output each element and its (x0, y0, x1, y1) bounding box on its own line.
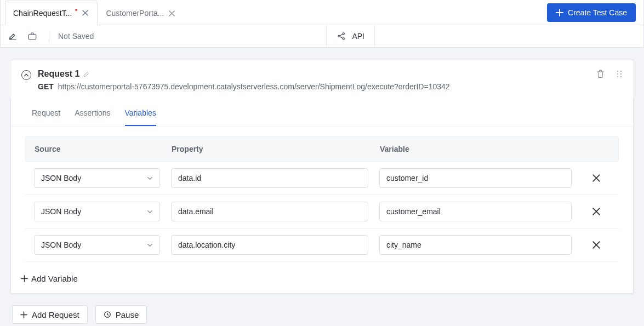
variable-value: customer_email (386, 207, 441, 216)
close-icon[interactable] (167, 9, 176, 18)
request-card: Request 1 GET https://customerportal-576… (10, 60, 634, 294)
tab-request[interactable]: Request (32, 105, 60, 126)
svg-point-5 (620, 70, 622, 72)
request-url: https://customerportal-57673975.developm… (58, 82, 450, 91)
tabs-row: ChainRequestT... CustomerPorta... Create… (1, 0, 643, 25)
tab-customerportal[interactable]: CustomerPorta... (98, 1, 184, 25)
property-value: data.email (178, 207, 214, 216)
source-value: JSON Body (41, 241, 81, 249)
briefcase-icon[interactable] (26, 30, 39, 43)
pencil-icon[interactable] (83, 70, 90, 78)
svg-point-4 (617, 70, 619, 72)
svg-point-2 (343, 33, 345, 35)
add-variable-button[interactable]: Add Variable (11, 266, 633, 293)
tab-assertions[interactable]: Assertions (75, 105, 110, 126)
pause-label: Pause (116, 310, 139, 319)
edit-sheet-icon[interactable] (6, 30, 19, 43)
request-title: Request 1 (38, 69, 79, 79)
table-row: JSON Body data.location.city city_name (25, 228, 619, 262)
source-value: JSON Body (41, 207, 81, 216)
svg-rect-0 (29, 35, 36, 39)
pause-button[interactable]: Pause (95, 305, 147, 324)
chevron-down-icon (147, 209, 153, 215)
svg-point-1 (338, 35, 340, 37)
table-row: JSON Body data.email customer_email (25, 195, 619, 228)
drag-handle-icon[interactable] (616, 70, 623, 78)
table-row: JSON Body data.id customer_id (25, 162, 619, 195)
plus-icon (20, 311, 27, 318)
variable-value: city_name (386, 241, 421, 249)
variable-value: customer_id (386, 174, 428, 182)
source-select[interactable]: JSON Body (34, 202, 160, 221)
clock-icon (104, 311, 111, 318)
remove-row-button[interactable] (583, 208, 610, 215)
collapse-toggle[interactable] (21, 70, 31, 80)
col-property: Property (172, 145, 380, 153)
http-method: GET (38, 82, 54, 91)
add-request-label: Add Request (32, 310, 79, 319)
table-header: Source Property Variable (25, 136, 619, 162)
tab-label: ChainRequestT... (13, 9, 72, 18)
trash-icon[interactable] (596, 69, 605, 78)
share-nodes-icon (337, 31, 346, 41)
body: Request 1 GET https://customerportal-576… (0, 48, 644, 326)
close-icon[interactable] (81, 9, 89, 18)
create-test-case-label: Create Test Case (568, 8, 627, 17)
add-variable-label: Add Variable (31, 274, 78, 283)
request-body-panel: Request Assertions Variables Source Prop… (10, 98, 634, 294)
svg-point-7 (620, 73, 622, 75)
source-select[interactable]: JSON Body (34, 168, 160, 188)
request-header: Request 1 GET https://customerportal-576… (10, 60, 634, 98)
toolbar-separator (49, 31, 49, 42)
tab-label: CustomerPorta... (106, 9, 164, 18)
property-value: data.id (178, 174, 201, 182)
subtabs: Request Assertions Variables (11, 98, 633, 127)
property-input[interactable]: data.id (171, 168, 368, 188)
variables-table: Source Property Variable JSON Body (11, 127, 633, 266)
remove-row-button[interactable] (583, 241, 610, 249)
svg-point-9 (620, 76, 622, 77)
remove-row-button[interactable] (583, 174, 610, 182)
col-variable: Variable (380, 145, 582, 153)
api-indicator[interactable]: API (326, 25, 375, 47)
footer-actions: Add Request Pause (10, 294, 634, 324)
plus-icon (556, 9, 563, 16)
svg-point-8 (617, 76, 619, 77)
property-input[interactable]: data.location.city (171, 235, 368, 255)
save-status: Not Saved (58, 32, 94, 41)
svg-point-3 (343, 38, 345, 39)
tab-variables[interactable]: Variables (125, 105, 156, 126)
toolbar: Not Saved API (1, 25, 643, 47)
request-header-text: Request 1 GET https://customerportal-576… (38, 69, 450, 91)
col-source: Source (35, 145, 172, 153)
create-test-case-button[interactable]: Create Test Case (547, 3, 636, 22)
chevron-down-icon (147, 242, 153, 248)
unsaved-dot-icon (75, 9, 77, 11)
top-header: ChainRequestT... CustomerPorta... Create… (0, 0, 644, 48)
property-input[interactable]: data.email (171, 202, 368, 221)
source-select[interactable]: JSON Body (34, 235, 160, 255)
property-value: data.location.city (178, 241, 235, 249)
plus-icon (21, 275, 28, 282)
add-request-button[interactable]: Add Request (12, 305, 88, 324)
variable-input[interactable]: city_name (379, 235, 572, 255)
svg-point-6 (617, 73, 619, 75)
chevron-down-icon (147, 175, 153, 181)
variable-input[interactable]: customer_email (379, 202, 572, 221)
source-value: JSON Body (41, 174, 81, 182)
tab-chainrequest[interactable]: ChainRequestT... (5, 1, 98, 25)
api-label: API (352, 32, 364, 41)
variable-input[interactable]: customer_id (379, 168, 572, 188)
